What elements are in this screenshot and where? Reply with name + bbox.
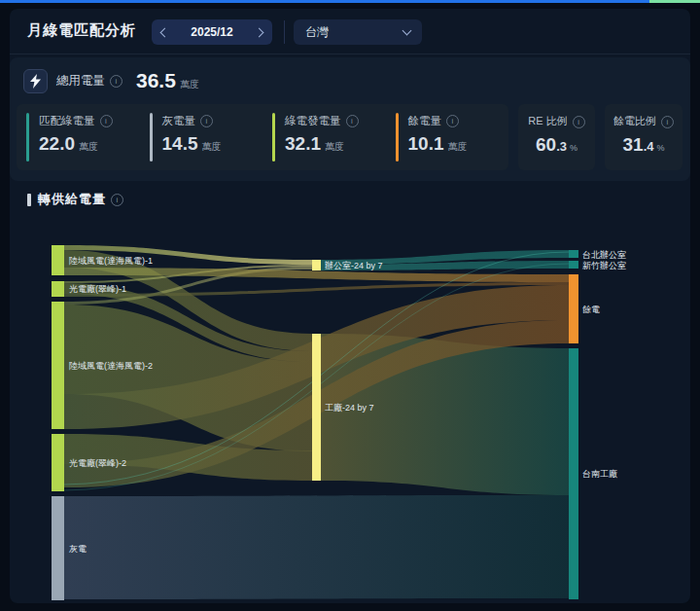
- stat-value: 10.1: [408, 133, 444, 154]
- sankey-chart: 陸域風電(達海風電)-1 光電廠(翠峰)-1 陸域風電(達海風電)-2 光電廠(…: [49, 236, 690, 604]
- stat-accent-bar: [150, 113, 153, 162]
- stat-green-generation: 綠電發電量 32.1萬度: [262, 104, 386, 170]
- section-title: 轉供給電量: [27, 191, 123, 208]
- info-icon[interactable]: [346, 115, 359, 127]
- node-label: 工廠-24 by 7: [325, 403, 374, 413]
- total-usage-label: 總用電量: [56, 73, 105, 90]
- region-select-value[interactable]: 台灣: [305, 24, 329, 41]
- node-label: 台南工廠: [582, 469, 617, 479]
- node-label: 光電廠(翠峰)-2: [69, 458, 126, 468]
- ratio-label: RE 比例: [528, 115, 567, 126]
- ratio-card-re: RE 比例 60.3%: [518, 104, 595, 170]
- total-usage-unit: 萬度: [180, 78, 199, 91]
- stat-gray-power: 灰電量 14.5萬度: [140, 104, 263, 170]
- node-taipei-office[interactable]: [569, 250, 578, 258]
- total-usage-row: 總用電量 36.5 萬度: [23, 67, 199, 94]
- date-picker-value[interactable]: 2025/12: [191, 25, 232, 39]
- stat-accent-bar: [396, 113, 399, 162]
- node-solar2[interactable]: [52, 434, 64, 491]
- header-divider: [284, 20, 285, 44]
- info-icon[interactable]: [110, 75, 122, 88]
- info-icon[interactable]: [446, 115, 459, 127]
- stat-value: 22.0: [39, 133, 75, 154]
- stat-surplus-power: 餘電量 10.1萬度: [386, 104, 509, 170]
- chevron-down-icon[interactable]: [402, 26, 412, 36]
- node-label: 光電廠(翠峰)-1: [69, 284, 126, 294]
- stat-cards: 匹配綠電量 22.0萬度 灰電量 14.5萬度 綠電發電量 32.1萬度 餘電量…: [17, 104, 508, 170]
- node-solar1[interactable]: [52, 281, 64, 297]
- chevron-right-icon[interactable]: [255, 27, 264, 37]
- node-hsinchu-office[interactable]: [569, 261, 578, 269]
- page-title: 月綠電匹配分析: [27, 21, 136, 40]
- node-tainan-factory[interactable]: [569, 348, 578, 599]
- info-icon[interactable]: [200, 115, 213, 127]
- lightning-icon: [23, 69, 48, 93]
- ratio-value: 31.4%: [605, 134, 682, 156]
- node-label: 新竹辦公室: [582, 261, 626, 270]
- date-picker[interactable]: 2025/12: [152, 19, 272, 45]
- info-icon[interactable]: [661, 116, 674, 128]
- stat-unit: 萬度: [79, 141, 98, 152]
- info-icon[interactable]: [111, 194, 123, 206]
- stat-value: 32.1: [285, 133, 321, 154]
- chevron-left-icon[interactable]: [160, 27, 170, 37]
- stat-label: 匹配綠電量: [39, 115, 95, 126]
- node-label: 餘電: [582, 305, 600, 314]
- stats-panel: 總用電量 36.5 萬度 匹配綠電量 22.0萬度 灰電量 14.5萬度 綠電發…: [10, 57, 690, 181]
- ratio-value: 60.3%: [518, 134, 595, 156]
- node-label: 陸域風電(達海風電)-2: [69, 361, 153, 371]
- node-wind1[interactable]: [52, 245, 64, 275]
- node-label: 灰電: [69, 544, 87, 554]
- stat-value: 14.5: [162, 133, 198, 154]
- progress-bar: [0, 0, 700, 3]
- stat-matched-green: 匹配綠電量 22.0萬度: [17, 104, 140, 170]
- info-icon[interactable]: [573, 116, 585, 128]
- section-title-text: 轉供給電量: [38, 191, 106, 208]
- ratio-label: 餘電比例: [613, 115, 656, 126]
- node-label: 台北辦公室: [582, 250, 626, 260]
- stat-accent-bar: [272, 113, 275, 162]
- header: 月綠電匹配分析 2025/12 台灣: [10, 9, 690, 54]
- app-panel: 月綠電匹配分析 2025/12 台灣 總用電量 36.5 萬度 匹配綠電量: [10, 9, 690, 603]
- node-label: 辦公室-24 by 7: [325, 261, 383, 270]
- stat-unit: 萬度: [325, 141, 344, 152]
- node-gray-power[interactable]: [52, 496, 64, 600]
- node-office-24by7[interactable]: [312, 260, 321, 270]
- section-accent-bar: [27, 194, 31, 206]
- node-label: 陸域風電(達海風電)-1: [69, 256, 153, 266]
- stat-label: 綠電發電量: [285, 115, 341, 126]
- stat-accent-bar: [26, 113, 29, 162]
- progress-bar-fill: [0, 0, 649, 3]
- node-factory-24by7[interactable]: [312, 334, 321, 481]
- stat-unit: 萬度: [201, 141, 221, 152]
- stat-label: 餘電量: [408, 115, 442, 126]
- node-surplus[interactable]: [569, 274, 578, 343]
- node-wind2[interactable]: [52, 302, 64, 429]
- stat-unit: 萬度: [447, 141, 467, 152]
- info-icon[interactable]: [100, 115, 113, 127]
- total-usage-value: 36.5: [136, 69, 176, 92]
- stat-label: 灰電量: [162, 115, 196, 126]
- flow-gray-to-tainan[interactable]: [64, 495, 569, 599]
- region-select[interactable]: 台灣: [294, 19, 422, 45]
- ratio-card-surplus: 餘電比例 31.4%: [605, 104, 682, 170]
